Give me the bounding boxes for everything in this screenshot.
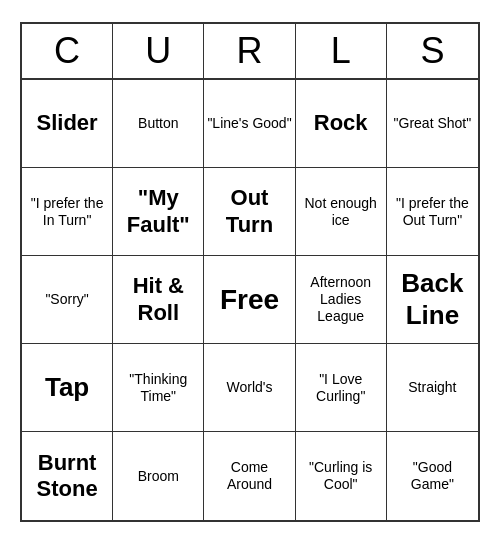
cell-15[interactable]: Tap bbox=[22, 344, 113, 432]
header-row: C U R L S bbox=[22, 24, 478, 80]
cell-12[interactable]: Free bbox=[204, 256, 295, 344]
cell-18[interactable]: "I Love Curling" bbox=[296, 344, 387, 432]
bingo-card: C U R L S SliderButton"Line's Good"Rock"… bbox=[20, 22, 480, 522]
cell-5[interactable]: "I prefer the In Turn" bbox=[22, 168, 113, 256]
cell-3[interactable]: Rock bbox=[296, 80, 387, 168]
cell-2[interactable]: "Line's Good" bbox=[204, 80, 295, 168]
cell-9[interactable]: "I prefer the Out Turn" bbox=[387, 168, 478, 256]
cell-16[interactable]: "Thinking Time" bbox=[113, 344, 204, 432]
bingo-grid: SliderButton"Line's Good"Rock"Great Shot… bbox=[22, 80, 478, 520]
cell-6[interactable]: "My Fault" bbox=[113, 168, 204, 256]
header-s: S bbox=[387, 24, 478, 78]
cell-4[interactable]: "Great Shot" bbox=[387, 80, 478, 168]
cell-19[interactable]: Straight bbox=[387, 344, 478, 432]
cell-24[interactable]: "Good Game" bbox=[387, 432, 478, 520]
cell-22[interactable]: Come Around bbox=[204, 432, 295, 520]
header-u: U bbox=[113, 24, 204, 78]
cell-23[interactable]: "Curling is Cool" bbox=[296, 432, 387, 520]
cell-8[interactable]: Not enough ice bbox=[296, 168, 387, 256]
cell-21[interactable]: Broom bbox=[113, 432, 204, 520]
cell-11[interactable]: Hit & Roll bbox=[113, 256, 204, 344]
cell-17[interactable]: World's bbox=[204, 344, 295, 432]
header-l: L bbox=[296, 24, 387, 78]
header-c: C bbox=[22, 24, 113, 78]
cell-1[interactable]: Button bbox=[113, 80, 204, 168]
header-r: R bbox=[204, 24, 295, 78]
cell-0[interactable]: Slider bbox=[22, 80, 113, 168]
cell-20[interactable]: Burnt Stone bbox=[22, 432, 113, 520]
cell-14[interactable]: Back Line bbox=[387, 256, 478, 344]
cell-7[interactable]: Out Turn bbox=[204, 168, 295, 256]
cell-13[interactable]: Afternoon Ladies League bbox=[296, 256, 387, 344]
cell-10[interactable]: "Sorry" bbox=[22, 256, 113, 344]
